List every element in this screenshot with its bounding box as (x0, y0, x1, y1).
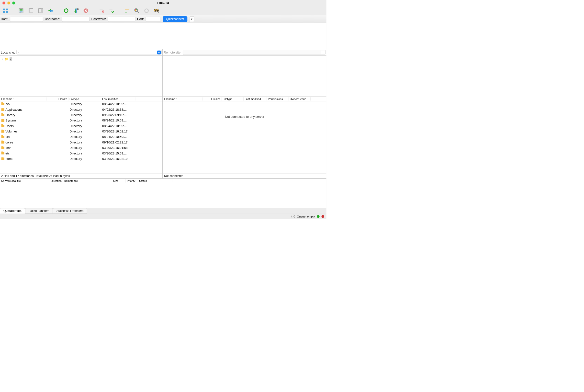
local-path-row: Local site: / (0, 49, 162, 56)
folder-icon (2, 108, 5, 111)
file-row[interactable]: homeDirectory03/30/23 16:02:19 (0, 156, 162, 161)
folder-icon (2, 130, 5, 133)
local-file-list[interactable]: .volDirectory08/24/22 10:59:...Applicati… (0, 102, 162, 174)
svg-point-41 (157, 10, 158, 11)
disclosure-icon[interactable]: › (3, 58, 3, 60)
file-type: Directory (68, 113, 101, 117)
file-type: Directory (68, 124, 101, 128)
column-header-filetype[interactable]: Filetype (68, 97, 101, 100)
file-modified: 08/24/22 10:59:... (101, 118, 136, 122)
file-row[interactable]: VolumesDirectory03/30/23 16:02:17 (0, 128, 162, 134)
column-header-direction[interactable]: Direction (48, 180, 63, 182)
refresh-button[interactable] (62, 7, 71, 14)
tab-failed-transfers[interactable]: Failed transfers (25, 208, 53, 214)
disconnect-button[interactable] (97, 7, 106, 14)
column-header-filetype[interactable]: Filetype (222, 97, 243, 100)
folder-icon: 📁 (5, 57, 9, 61)
file-row[interactable]: LibraryDirectory09/23/22 09:15:... (0, 112, 162, 118)
svg-line-42 (158, 11, 159, 12)
column-header-filesize[interactable]: Filesize (47, 97, 68, 100)
column-header-last-modified[interactable]: Last modified (244, 97, 267, 100)
file-modified: 03/30/23 15:59:... (101, 152, 136, 155)
remote-empty-message: Not connected to any server (163, 102, 326, 174)
maximize-window-icon[interactable] (12, 2, 15, 4)
file-row[interactable]: devDirectory03/30/23 16:01:58 (0, 145, 162, 150)
local-pane: Local site: / › 📁 / Filename⌃FilesizeFil… (0, 49, 163, 179)
svg-point-39 (155, 10, 156, 11)
search-button[interactable] (152, 7, 161, 14)
sort-asc-icon: ⌃ (176, 98, 178, 100)
remote-path-row: Remote site: ⌄ (163, 49, 326, 56)
file-row[interactable]: SystemDirectory08/24/22 10:59:... (0, 118, 162, 123)
toggle-log-button[interactable] (17, 7, 25, 14)
port-label: Port: (137, 17, 144, 21)
port-input[interactable] (146, 16, 161, 22)
quickconnect-bar: Host: Username: Password: Port: Quickcon… (0, 16, 326, 23)
file-name: System (6, 118, 16, 122)
column-header-server-local-file[interactable]: Server/Local file (0, 180, 48, 182)
file-type: Directory (68, 146, 101, 150)
username-input[interactable] (62, 16, 90, 22)
file-name: etc (6, 152, 10, 155)
file-row[interactable]: ApplicationsDirectory04/02/23 18:38:... (0, 107, 162, 112)
directory-compare-button[interactable] (133, 7, 141, 14)
svg-rect-2 (3, 11, 6, 13)
site-manager-button[interactable] (2, 7, 10, 14)
file-name: .vol (6, 102, 10, 106)
remote-pane: Remote site: ⌄ Filename⌃FilesizeFiletype… (163, 49, 326, 179)
column-header-remote-file[interactable]: Remote file (63, 180, 112, 182)
help-icon[interactable]: ? (292, 214, 295, 218)
local-path-dropdown-icon[interactable] (157, 50, 161, 54)
column-header-last-modified[interactable]: Last modified (101, 97, 136, 100)
file-row[interactable]: .volDirectory08/24/22 10:59:... (0, 102, 162, 107)
tab-queued-files[interactable]: Queued files (0, 208, 25, 214)
password-label: Password: (91, 17, 106, 21)
local-path-input[interactable]: / (17, 50, 162, 55)
svg-point-16 (77, 8, 78, 10)
message-log[interactable] (0, 23, 326, 49)
column-header-status[interactable]: Status (138, 180, 172, 182)
column-header-filesize[interactable]: Filesize (203, 97, 222, 100)
file-row[interactable]: coresDirectory09/10/21 02:32:17 (0, 140, 162, 145)
column-header-owner-group[interactable]: Owner/Group (289, 97, 310, 100)
column-header-size[interactable]: Size (112, 180, 126, 182)
tab-successful-transfers[interactable]: Successful transfers (53, 208, 87, 214)
remote-list-header: Filename⌃FilesizeFiletypeLast modifiedPe… (163, 97, 326, 102)
file-row[interactable]: etcDirectory03/30/23 15:59:... (0, 150, 162, 156)
file-name: cores (6, 140, 13, 144)
remote-tree (163, 56, 326, 97)
file-type: Directory (68, 135, 101, 138)
filter-button[interactable] (123, 7, 131, 14)
local-tree[interactable]: › 📁 / (0, 56, 162, 97)
sync-browse-button[interactable] (142, 7, 151, 14)
cancel-button[interactable] (82, 7, 90, 14)
remote-status: Not connected. (163, 174, 326, 179)
folder-icon (2, 141, 5, 144)
folder-icon (2, 136, 5, 138)
toggle-local-tree-button[interactable] (27, 7, 35, 14)
toggle-remote-tree-button[interactable] (37, 7, 45, 14)
host-input[interactable] (10, 16, 43, 22)
column-header-permissions[interactable]: Permissions (267, 97, 289, 100)
column-header-filename[interactable]: Filename⌃ (0, 97, 47, 100)
close-window-icon[interactable] (3, 2, 6, 4)
column-header-filename[interactable]: Filename⌃ (163, 97, 203, 100)
file-modified: 04/02/23 18:38:... (101, 108, 136, 112)
password-input[interactable] (108, 16, 135, 22)
queue-body[interactable] (0, 183, 326, 208)
quickconnect-button[interactable]: Quickconnect (163, 16, 187, 22)
tree-root-row[interactable]: › 📁 / (3, 57, 160, 61)
tree-root-label: / (10, 57, 12, 61)
svg-rect-3 (6, 11, 8, 13)
quickconnect-history-dropdown[interactable]: ▾ (189, 16, 194, 22)
file-modified: 08/24/22 10:59:... (101, 135, 136, 138)
minimize-window-icon[interactable] (7, 2, 10, 4)
reconnect-button[interactable] (107, 7, 116, 14)
svg-rect-28 (125, 9, 129, 9)
toggle-queue-button[interactable] (47, 7, 55, 14)
file-row[interactable]: binDirectory08/24/22 10:59:... (0, 134, 162, 140)
file-row[interactable]: UsersDirectory08/24/22 10:59:... (0, 123, 162, 128)
column-header-priority[interactable]: Priority (126, 180, 138, 182)
process-queue-button[interactable] (72, 7, 80, 14)
folder-icon (2, 125, 5, 127)
